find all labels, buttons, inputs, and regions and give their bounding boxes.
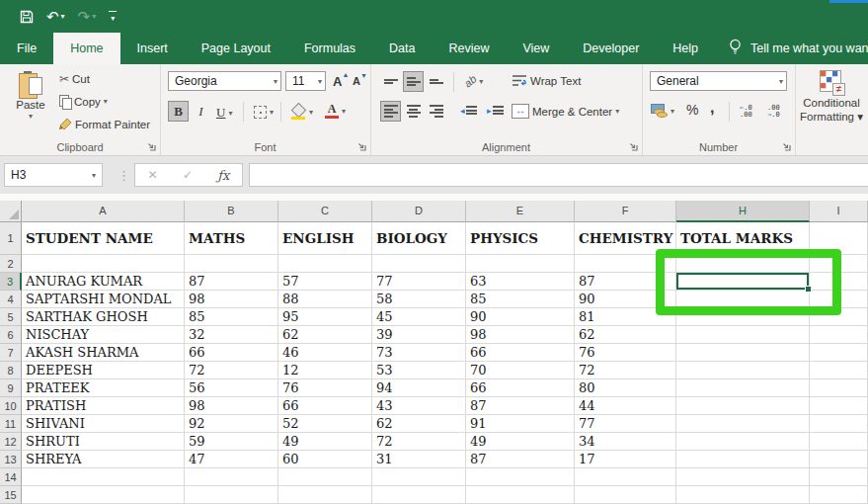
cell-A2[interactable] <box>22 255 185 273</box>
cell-D6[interactable]: 39 <box>372 326 466 344</box>
cell-C13[interactable]: 60 <box>278 451 372 468</box>
paste-dropdown-icon[interactable]: ▾ <box>29 112 33 121</box>
cell-C6[interactable]: 62 <box>278 326 372 344</box>
font-color-button[interactable]: A ▾ <box>322 102 349 121</box>
column-header-E[interactable]: E <box>466 201 575 222</box>
cell-B15[interactable] <box>185 486 278 504</box>
customize-qat-button[interactable]: ▾ <box>109 11 117 23</box>
align-right-button[interactable] <box>426 101 446 122</box>
orientation-button[interactable]: ab ▾ <box>461 73 486 89</box>
tab-help[interactable]: Help <box>656 33 715 64</box>
cell-A12[interactable]: SHRUTI <box>22 433 185 451</box>
redo-button[interactable]: ↷▾ <box>78 9 97 24</box>
cell-I9[interactable] <box>810 379 868 397</box>
merge-center-button[interactable]: ↔ Merge & Center ▾ <box>509 102 622 121</box>
underline-button[interactable]: U ▾ <box>213 103 235 123</box>
cell-H6[interactable] <box>676 326 810 344</box>
cell-D11[interactable]: 62 <box>372 415 466 433</box>
percent-style-button[interactable]: % <box>683 100 701 120</box>
cell-B4[interactable]: 98 <box>185 291 278 308</box>
insert-function-icon[interactable]: ƒx <box>217 168 229 183</box>
cell-H9[interactable] <box>676 379 810 397</box>
cell-E1[interactable]: PHYSICS <box>466 222 575 255</box>
cell-B6[interactable]: 32 <box>185 326 278 344</box>
row-header-4[interactable]: 4 <box>0 291 22 308</box>
row-header-10[interactable]: 10 <box>0 397 22 415</box>
tell-me[interactable]: Tell me what you want to do <box>729 33 868 64</box>
italic-button[interactable]: I <box>191 101 211 122</box>
cell-F12[interactable]: 34 <box>575 433 676 451</box>
borders-button[interactable]: ▾ <box>251 104 276 121</box>
cell-E2[interactable] <box>466 255 575 273</box>
cell-A13[interactable]: SHREYA <box>22 451 185 468</box>
cell-A15[interactable] <box>22 486 185 504</box>
name-box[interactable]: H3 ▾ <box>4 163 103 187</box>
save-icon[interactable] <box>20 10 34 24</box>
font-size-combo[interactable]: 11 ▾ <box>285 71 326 91</box>
cell-E8[interactable]: 70 <box>466 362 575 379</box>
cell-I12[interactable] <box>810 433 868 451</box>
cell-C10[interactable]: 66 <box>278 397 372 415</box>
font-family-combo[interactable]: Georgia ▾ <box>168 71 281 91</box>
cell-D12[interactable]: 72 <box>372 433 466 451</box>
cell-B8[interactable]: 72 <box>185 362 278 379</box>
tab-formulas[interactable]: Formulas <box>287 33 372 64</box>
tab-page-layout[interactable]: Page Layout <box>185 33 287 64</box>
cell-B1[interactable]: MATHS <box>185 222 278 255</box>
clipboard-dialog-launcher[interactable] <box>146 141 157 152</box>
cell-B2[interactable] <box>185 255 278 273</box>
cell-C5[interactable]: 95 <box>278 308 372 326</box>
cell-A6[interactable]: NISCHAY <box>22 326 185 344</box>
tab-data[interactable]: Data <box>372 33 432 64</box>
cell-A10[interactable]: PRATISH <box>22 397 185 415</box>
align-center-button[interactable] <box>403 101 424 122</box>
cell-D3[interactable]: 77 <box>372 273 466 291</box>
cell-F7[interactable]: 76 <box>575 344 676 362</box>
row-header-11[interactable]: 11 <box>0 415 22 433</box>
cell-C8[interactable]: 12 <box>278 362 372 379</box>
cell-A8[interactable]: DEEPESH <box>22 362 185 379</box>
cell-B14[interactable] <box>185 468 278 486</box>
cell-E15[interactable] <box>466 486 575 504</box>
column-header-A[interactable]: A <box>22 201 185 222</box>
cell-C14[interactable] <box>278 468 372 486</box>
cell-D1[interactable]: BIOLOGY <box>372 222 466 255</box>
cell-E13[interactable]: 87 <box>466 451 575 468</box>
cell-C11[interactable]: 52 <box>278 415 372 433</box>
cell-D14[interactable] <box>372 468 466 486</box>
cut-button[interactable]: ✂ Cut <box>56 70 93 88</box>
number-format-combo[interactable]: General ▾ <box>650 71 787 91</box>
row-header-14[interactable]: 14 <box>0 468 22 486</box>
cell-B3[interactable]: 87 <box>185 273 278 291</box>
row-header-7[interactable]: 7 <box>0 344 22 362</box>
alignment-dialog-launcher[interactable] <box>628 141 639 152</box>
cell-C3[interactable]: 57 <box>278 273 372 291</box>
cell-F14[interactable] <box>575 468 676 486</box>
top-align-button[interactable] <box>380 71 401 92</box>
cell-E12[interactable]: 49 <box>466 433 575 451</box>
paste-button[interactable]: Paste ▾ <box>8 69 53 136</box>
row-header-2[interactable]: 2 <box>0 255 22 273</box>
cell-I15[interactable] <box>810 486 868 504</box>
row-header-12[interactable]: 12 <box>0 433 22 451</box>
cell-E10[interactable]: 87 <box>466 397 575 415</box>
cell-H15[interactable] <box>676 486 810 504</box>
increase-font-size-button[interactable]: A▲ <box>330 72 345 91</box>
cell-E4[interactable]: 85 <box>466 291 575 308</box>
row-header-8[interactable]: 8 <box>0 362 22 379</box>
tab-view[interactable]: View <box>506 33 566 64</box>
cell-E3[interactable]: 63 <box>466 273 575 291</box>
cell-D10[interactable]: 43 <box>372 397 466 415</box>
cell-H13[interactable] <box>676 451 810 468</box>
cell-B7[interactable]: 66 <box>185 344 278 362</box>
cell-A9[interactable]: PRATEEK <box>22 379 185 397</box>
cell-A4[interactable]: SAPTARSHI MONDAL <box>22 291 185 308</box>
column-header-F[interactable]: F <box>575 201 676 222</box>
column-header-D[interactable]: D <box>372 201 466 222</box>
tab-developer[interactable]: Developer <box>566 33 656 64</box>
cell-D4[interactable]: 58 <box>372 291 466 308</box>
cell-A11[interactable]: SHIVANI <box>22 415 185 433</box>
column-header-H[interactable]: H <box>676 201 810 222</box>
cell-E6[interactable]: 98 <box>466 326 575 344</box>
row-header-15[interactable]: 15 <box>0 486 22 504</box>
